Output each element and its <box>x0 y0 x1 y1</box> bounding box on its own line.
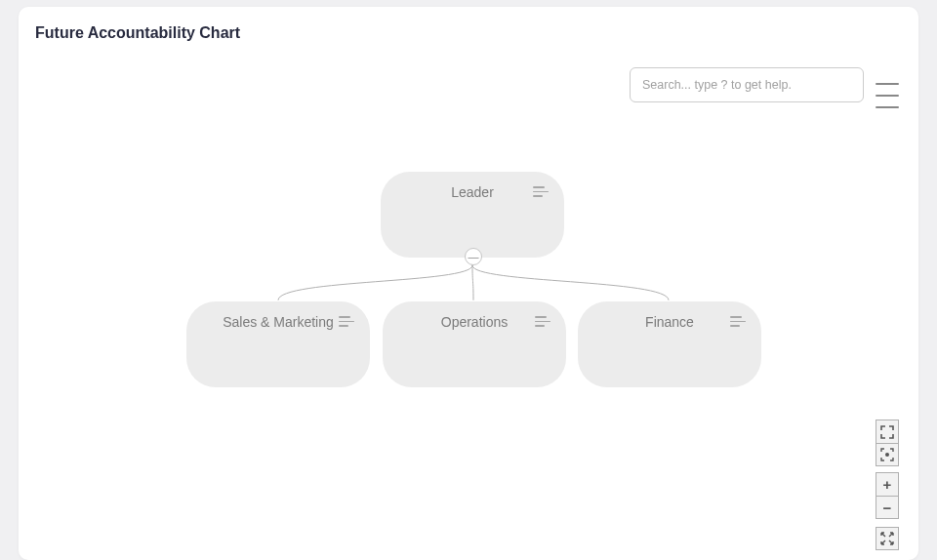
org-node-finance[interactable]: Finance <box>578 301 761 387</box>
zoom-in-button[interactable]: + <box>876 472 899 496</box>
zoom-out-button[interactable]: − <box>876 496 899 519</box>
node-menu-icon[interactable] <box>730 316 746 328</box>
menu-icon[interactable] <box>876 83 899 106</box>
fit-screen-button[interactable] <box>876 420 899 443</box>
node-menu-icon[interactable] <box>535 316 550 328</box>
fullscreen-button[interactable] <box>876 527 899 550</box>
zoom-controls: + − <box>876 420 901 550</box>
node-menu-icon[interactable] <box>533 186 549 198</box>
fit-screen-icon <box>880 425 894 439</box>
center-button[interactable] <box>876 443 899 466</box>
search-input[interactable] <box>630 67 864 102</box>
org-node-leader[interactable]: Leader <box>381 172 564 258</box>
svg-point-0 <box>885 453 889 457</box>
collapse-handle[interactable]: — <box>465 248 482 265</box>
org-chart-canvas[interactable]: Leader — Sales & Marketing Operations Fi… <box>19 114 918 560</box>
page-title: Future Accountability Chart <box>35 24 240 42</box>
plus-icon: + <box>883 476 892 493</box>
minus-icon: − <box>883 500 892 516</box>
fullscreen-icon <box>880 532 894 545</box>
chart-card: Future Accountability Chart Leader — Sal… <box>19 7 918 560</box>
node-menu-icon[interactable] <box>339 316 354 328</box>
center-icon <box>880 448 894 461</box>
collapse-symbol: — <box>468 252 479 262</box>
org-node-operations[interactable]: Operations <box>383 301 566 387</box>
org-node-sales-marketing[interactable]: Sales & Marketing <box>186 301 370 387</box>
